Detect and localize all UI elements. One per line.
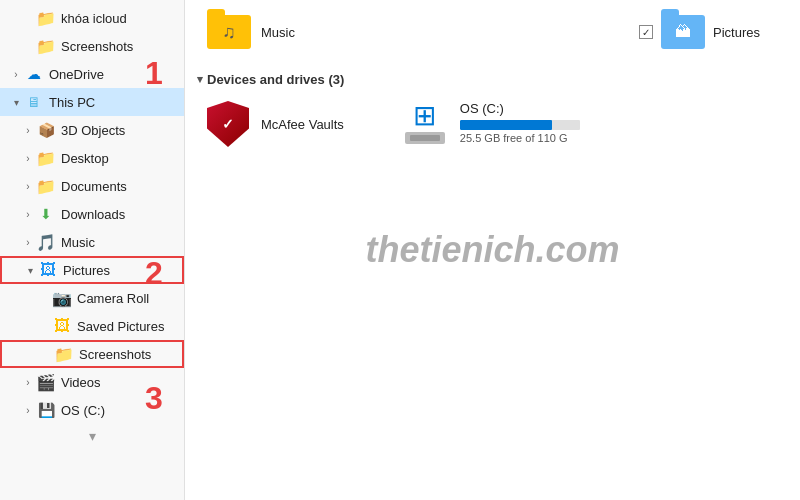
scroll-chevron-down-icon: ▾ (89, 428, 96, 444)
mcafee-label: McAfee Vaults (261, 117, 344, 132)
folder-icon-music: 🎵 (36, 232, 56, 252)
chevron-music (20, 237, 36, 248)
folder-icon-screenshots-top: 📁 (36, 36, 56, 56)
sidebar-label-videos: Videos (61, 375, 101, 390)
music-label: Music (261, 25, 295, 40)
mcafee-checkmark: ✓ (222, 116, 234, 132)
sidebar-label-screenshots-bottom: Screenshots (79, 347, 151, 362)
pictures-icon-symbol: 🏔 (675, 23, 691, 41)
pictures-folder-icon: 🏔 (659, 12, 707, 52)
osc-drive-bar-container (460, 120, 580, 130)
devices-section-header: ▾ Devices and drives (3) (197, 72, 788, 87)
sidebar-item-desktop[interactable]: 📁 Desktop (0, 144, 184, 172)
pictures-item-container: ✓ 🏔 Pictures (639, 12, 760, 52)
sidebar-label-documents: Documents (61, 179, 127, 194)
chevron-osc (20, 405, 36, 416)
folder-icon-3dobjects: 📦 (36, 120, 56, 140)
music-folder-item[interactable]: ♫ Music (197, 8, 303, 56)
sidebar-label-pictures: Pictures (63, 263, 110, 278)
mcafee-icon: ✓ (205, 101, 251, 147)
annotation-3: 3 (145, 380, 163, 417)
folder-icon-screenshots-bottom: 📁 (54, 344, 74, 364)
folder-icon-pictures: 🖼 (38, 260, 58, 280)
annotation-1: 1 (145, 55, 163, 92)
onedrive-icon: ☁ (24, 64, 44, 84)
drive-icon-sidebar: 💾 (36, 400, 56, 420)
folder-icon-videos: 🎬 (36, 372, 56, 392)
thispc-icon: 🖥 (24, 92, 44, 112)
music-folder-icon: ♫ (205, 12, 253, 52)
osc-drive-name: OS (C:) (460, 101, 580, 116)
chevron-downloads (20, 209, 36, 220)
sidebar-label-downloads: Downloads (61, 207, 125, 222)
sidebar-label-screenshots-top: Screenshots (61, 39, 133, 54)
drive-disk-shape (405, 132, 445, 144)
sidebar-label-onedrive: OneDrive (49, 67, 104, 82)
pictures-label: Pictures (713, 25, 760, 40)
folder-icon-desktop: 📁 (36, 148, 56, 168)
sidebar-label-desktop: Desktop (61, 151, 109, 166)
sidebar-item-thispc[interactable]: 🖥 This PC (0, 88, 184, 116)
folder-icon-cameraroll: 📷 (52, 288, 72, 308)
osc-drive-bar-fill (460, 120, 552, 130)
folder-icon-savedpictures: 🖼 (52, 316, 72, 336)
sidebar-label-music: Music (61, 235, 95, 250)
folder-icon-documents: 📁 (36, 176, 56, 196)
sidebar-item-downloads[interactable]: ⬇ Downloads (0, 200, 184, 228)
sidebar-item-screenshots-bottom[interactable]: 📁 Screenshots (0, 340, 184, 368)
sidebar-item-documents[interactable]: 📁 Documents (0, 172, 184, 200)
watermark: thetienich.com (365, 229, 619, 271)
osc-drive-icon: ⊞ (400, 102, 450, 144)
sidebar-item-icloud[interactable]: 📁 khóa icloud (0, 4, 184, 32)
sidebar-label-savedpictures: Saved Pictures (77, 319, 164, 334)
devices-section-label: Devices and drives (3) (207, 72, 344, 87)
music-note-icon: ♫ (222, 22, 236, 43)
mcafee-device-item[interactable]: ✓ McAfee Vaults (197, 97, 352, 151)
osc-device-item[interactable]: ⊞ OS (C:) 25.5 GB free of 110 G (392, 97, 588, 148)
annotation-2: 2 (145, 255, 163, 292)
devices-row: ✓ McAfee Vaults ⊞ OS (C:) (197, 97, 788, 151)
folder-icon-icloud: 📁 (36, 8, 56, 28)
chevron-3dobjects (20, 125, 36, 136)
pictures-checkbox[interactable]: ✓ (639, 25, 653, 39)
chevron-videos (20, 377, 36, 388)
downloads-icon: ⬇ (36, 204, 56, 224)
sidebar-label-osc: OS (C:) (61, 403, 105, 418)
chevron-onedrive (8, 69, 24, 80)
chevron-pictures (22, 265, 38, 276)
sidebar-item-3dobjects[interactable]: 📦 3D Objects (0, 116, 184, 144)
devices-expand-icon[interactable]: ▾ (197, 73, 203, 86)
chevron-documents (20, 181, 36, 192)
sidebar-item-music[interactable]: 🎵 Music (0, 228, 184, 256)
drive-disk-inner (410, 135, 440, 141)
sidebar-label-icloud: khóa icloud (61, 11, 127, 26)
pictures-folder-item[interactable]: ✓ 🏔 Pictures (631, 8, 768, 56)
devices-count: (3) (328, 72, 344, 87)
osc-drive-info: OS (C:) 25.5 GB free of 110 G (460, 101, 580, 144)
chevron-thispc (8, 97, 24, 108)
sidebar-label-cameraroll: Camera Roll (77, 291, 149, 306)
sidebar-item-savedpictures[interactable]: 🖼 Saved Pictures (0, 312, 184, 340)
scroll-indicator: ▾ (0, 424, 184, 448)
main-content: thetienich.com ♫ Music ✓ 🏔 (185, 0, 800, 500)
windows-logo-icon: ⊞ (413, 102, 436, 130)
mcafee-shield: ✓ (207, 101, 249, 147)
sidebar-label-thispc: This PC (49, 95, 95, 110)
top-items-row: ♫ Music ✓ 🏔 Pictures (197, 8, 788, 56)
chevron-desktop (20, 153, 36, 164)
sidebar-label-3dobjects: 3D Objects (61, 123, 125, 138)
osc-drive-space: 25.5 GB free of 110 G (460, 132, 580, 144)
